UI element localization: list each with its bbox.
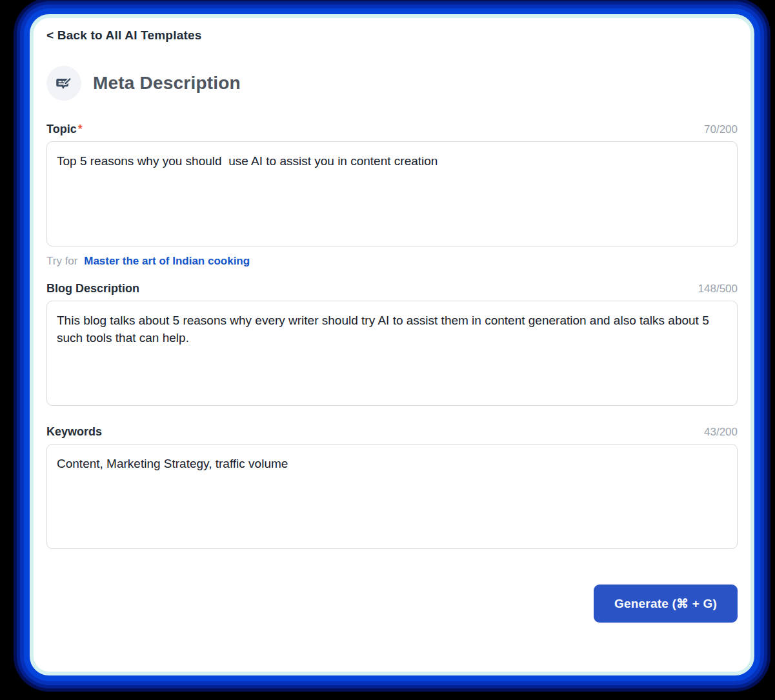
back-to-templates-link[interactable]: < Back to All AI Templates <box>46 28 201 43</box>
meta-description-icon <box>46 66 81 101</box>
keywords-char-counter: 43/200 <box>704 426 738 439</box>
try-for-row: Try for Master the art of Indian cooking <box>46 255 738 268</box>
keywords-label: Keywords <box>46 425 102 439</box>
page-background: < Back to All AI Templates Meta Descript… <box>0 0 775 700</box>
topic-field-group: Topic* 70/200 Top 5 reasons why you shou… <box>46 123 738 268</box>
keywords-field-group: Keywords 43/200 Content, Marketing Strat… <box>46 425 738 549</box>
generate-button[interactable]: Generate (⌘ + G) <box>594 585 738 623</box>
keywords-input[interactable]: Content, Marketing Strategy, traffic vol… <box>46 444 738 549</box>
topic-label-row: Topic* 70/200 <box>46 123 738 136</box>
blog-description-label: Blog Description <box>46 282 139 295</box>
blog-description-input[interactable]: This blog talks about 5 reasons why ever… <box>46 301 738 406</box>
footer-actions: Generate (⌘ + G) <box>46 585 738 623</box>
page-title: Meta Description <box>93 73 241 94</box>
template-header: Meta Description <box>46 66 738 101</box>
topic-label: Topic* <box>46 123 83 136</box>
required-asterisk: * <box>78 123 83 135</box>
try-for-label: Try for <box>46 255 77 267</box>
spacer <box>46 406 738 425</box>
keywords-label-row: Keywords 43/200 <box>46 425 738 439</box>
blog-description-char-counter: 148/500 <box>698 283 738 295</box>
ai-template-card: < Back to All AI Templates Meta Descript… <box>30 14 754 675</box>
topic-char-counter: 70/200 <box>704 123 738 136</box>
blog-description-label-row: Blog Description 148/500 <box>46 282 738 295</box>
topic-input[interactable]: Top 5 reasons why you should use AI to a… <box>46 141 738 246</box>
topic-label-text: Topic <box>46 123 77 135</box>
blog-description-field-group: Blog Description 148/500 This blog talks… <box>46 282 738 406</box>
try-for-suggestion-link[interactable]: Master the art of Indian cooking <box>84 255 250 267</box>
